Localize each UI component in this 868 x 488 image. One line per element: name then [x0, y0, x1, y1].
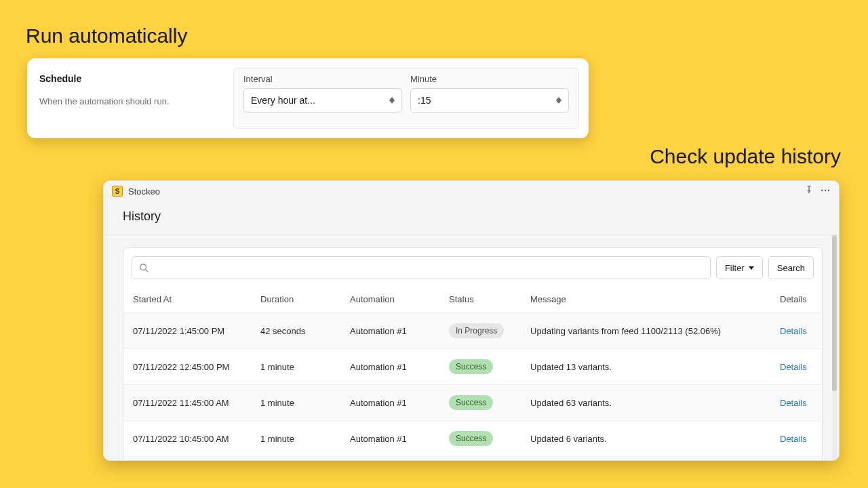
schedule-title: Schedule [39, 73, 206, 84]
cell-message: Updated 6 variants. [521, 421, 770, 457]
search-button[interactable]: Search [768, 256, 814, 279]
search-icon [139, 263, 149, 272]
cell-status: In Progress [439, 313, 521, 349]
interval-select[interactable]: Every hour at... [243, 88, 402, 113]
status-badge: Success [449, 395, 493, 410]
heading-run-automatically: Run automatically [26, 24, 187, 47]
col-message: Message [521, 287, 770, 313]
cell-started: 07/11/2022 10:45:00 AM [123, 421, 251, 457]
table-row: 07/11/2022 10:45:00 AM1 minuteAutomation… [123, 421, 822, 457]
col-automation: Automation [340, 287, 439, 313]
cell-duration: 1 minute [251, 421, 340, 457]
col-started: Started At [123, 287, 251, 313]
schedule-form: Interval Every hour at... Minute :15 [233, 68, 579, 129]
cell-automation: Automation #1 [340, 421, 439, 457]
cell-message: Updated 22 variants. [521, 457, 770, 462]
table-row: 07/11/2022 9:45:00 AM1 minuteAutomation … [123, 457, 822, 462]
col-duration: Duration [251, 287, 340, 313]
col-details: Details [770, 287, 822, 313]
table-row: 07/11/2022 1:45:00 PM42 secondsAutomatio… [123, 313, 822, 349]
more-icon[interactable]: ··· [821, 185, 831, 197]
heading-check-history: Check update history [650, 145, 841, 168]
cell-status: Success [439, 349, 521, 385]
schedule-card: Schedule When the automation should run.… [27, 58, 589, 138]
cell-started: 07/11/2022 1:45:00 PM [123, 313, 251, 349]
cell-duration: 42 seconds [251, 313, 340, 349]
cell-message: Updated 63 variants. [521, 385, 770, 421]
page-title: History [104, 201, 839, 235]
minute-label: Minute [410, 74, 569, 84]
details-link[interactable]: Details [780, 326, 807, 336]
cell-status: Success [439, 385, 521, 421]
schedule-subtitle: When the automation should run. [39, 96, 206, 106]
search-button-label: Search [777, 263, 805, 273]
table-row: 07/11/2022 11:45:00 AM1 minuteAutomation… [123, 385, 822, 421]
search-input[interactable] [132, 256, 711, 279]
cell-duration: 1 minute [251, 457, 340, 462]
interval-label: Interval [243, 74, 402, 84]
svg-point-0 [140, 264, 146, 270]
details-link[interactable]: Details [780, 434, 807, 444]
details-link[interactable]: Details [780, 362, 807, 372]
select-chevrons-icon [556, 97, 561, 104]
cell-message: Updated 13 variants. [521, 349, 770, 385]
status-badge: In Progress [449, 323, 504, 338]
filter-label: Filter [725, 263, 745, 273]
cell-duration: 1 minute [251, 385, 340, 421]
pin-icon[interactable] [804, 185, 814, 197]
history-table-card: Filter Search Started At Duration Automa… [123, 247, 823, 461]
app-name: Stockeo [128, 186, 160, 197]
minute-value: :15 [418, 95, 431, 106]
cell-duration: 1 minute [251, 349, 340, 385]
scrollbar[interactable] [832, 235, 837, 461]
cell-automation: Automation #1 [340, 349, 439, 385]
filter-button[interactable]: Filter [716, 256, 763, 279]
cell-started: 07/11/2022 11:45:00 AM [123, 385, 251, 421]
history-window: S Stockeo ··· History Filter Search [103, 180, 840, 461]
interval-value: Every hour at... [251, 95, 315, 106]
cell-message: Updating variants from feed 1100/2113 (5… [521, 313, 770, 349]
caret-down-icon [749, 266, 754, 270]
cell-status: Success [439, 457, 521, 462]
minute-select[interactable]: :15 [410, 88, 569, 113]
select-chevrons-icon [389, 97, 395, 104]
status-badge: Success [449, 359, 493, 374]
history-table: Started At Duration Automation Status Me… [123, 287, 822, 461]
cell-automation: Automation #1 [340, 313, 439, 349]
cell-started: 07/11/2022 12:45:00 PM [123, 349, 251, 385]
table-row: 07/11/2022 12:45:00 PM1 minuteAutomation… [123, 349, 822, 385]
details-link[interactable]: Details [780, 398, 807, 408]
cell-status: Success [439, 421, 521, 457]
col-status: Status [439, 287, 521, 313]
cell-automation: Automation #1 [340, 457, 439, 462]
status-badge: Success [449, 431, 493, 446]
svg-line-1 [146, 270, 149, 272]
cell-automation: Automation #1 [340, 385, 439, 421]
window-titlebar: S Stockeo ··· [104, 181, 839, 201]
cell-started: 07/11/2022 9:45:00 AM [123, 457, 251, 462]
app-logo-icon: S [112, 186, 123, 197]
